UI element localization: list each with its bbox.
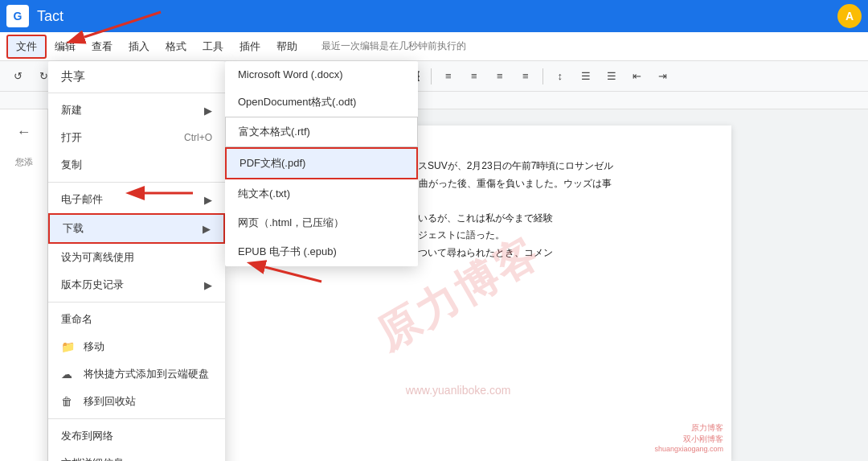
file-menu-publish-label: 发布到网络 bbox=[61, 429, 113, 443]
menu-item-file[interactable]: 文件 bbox=[6, 35, 47, 59]
file-menu-trash-label: 移到回收站 bbox=[84, 394, 136, 409]
file-menu-open-shortcut: Ctrl+O bbox=[184, 132, 212, 143]
file-menu-email[interactable]: 电子邮件 ▶ bbox=[48, 186, 225, 213]
file-menu-move-label: 移动 bbox=[84, 340, 104, 354]
file-menu-offline[interactable]: 设为可离线使用 bbox=[48, 244, 225, 271]
left-sidebar: ← 您添 bbox=[0, 109, 48, 461]
top-bar-right: A bbox=[837, 4, 862, 28]
file-menu-rename-label: 重命名 bbox=[61, 312, 92, 327]
autosave-text: 最近一次编辑是在几秒钟前执行的 bbox=[321, 39, 466, 53]
download-txt[interactable]: 纯文本(.txt) bbox=[225, 179, 418, 208]
list-bullet-button[interactable]: ☰ bbox=[575, 65, 597, 88]
file-menu-header: 共享 bbox=[48, 61, 225, 89]
line-spacing-button[interactable]: ↕ bbox=[549, 65, 571, 88]
align-left-button[interactable]: ≡ bbox=[437, 65, 460, 88]
file-menu-details[interactable]: 文档详细信息 bbox=[48, 450, 225, 461]
file-menu-download[interactable]: 下载 ▶ bbox=[48, 213, 225, 244]
file-menu-history-arrow: ▶ bbox=[204, 279, 212, 291]
menu-item-format[interactable]: 格式 bbox=[158, 36, 194, 57]
toolbar-sep-5 bbox=[431, 68, 432, 84]
file-menu-email-label: 电子邮件 bbox=[61, 192, 103, 207]
download-epub[interactable]: EPUB 电子书 (.epub) bbox=[225, 237, 418, 266]
file-menu-trash[interactable]: 🗑 移到回收站 bbox=[48, 388, 225, 415]
folder-icon: 📁 bbox=[61, 340, 77, 353]
file-menu-new-label: 新建 bbox=[61, 103, 82, 117]
file-menu-open[interactable]: 打开 Ctrl+O bbox=[48, 124, 225, 151]
file-menu-open-label: 打开 bbox=[61, 130, 82, 145]
watermark-bottom: www.yuanliboke.com bbox=[406, 384, 511, 397]
file-menu-email-arrow: ▶ bbox=[204, 194, 212, 206]
menu-item-plugins[interactable]: 插件 bbox=[231, 36, 268, 57]
cloud-icon: ☁ bbox=[61, 368, 77, 381]
file-menu-new-arrow: ▶ bbox=[204, 105, 212, 117]
menu-item-tools[interactable]: 工具 bbox=[194, 36, 231, 57]
blog-logo: 原力博客 双小刚博客 shuangxiaogang.com bbox=[654, 422, 723, 453]
top-bar: G Tact A bbox=[0, 0, 868, 32]
file-menu-divider-3 bbox=[48, 302, 225, 303]
file-menu-publish[interactable]: 发布到网络 bbox=[48, 422, 225, 450]
menu-item-view[interactable]: 查看 bbox=[84, 36, 121, 57]
download-rtf[interactable]: 富文本格式(.rtf) bbox=[225, 117, 418, 147]
sidebar-label: 您添 bbox=[12, 156, 36, 168]
file-menu-history[interactable]: 版本历史记录 ▶ bbox=[48, 271, 225, 298]
indent-decrease-button[interactable]: ⇤ bbox=[626, 65, 649, 88]
file-menu-divider-2 bbox=[48, 182, 225, 183]
trash-icon: 🗑 bbox=[61, 395, 77, 408]
file-menu-details-label: 文档详细信息 bbox=[61, 456, 124, 461]
file-menu-history-label: 版本历史记录 bbox=[61, 278, 124, 292]
undo-button[interactable]: ↺ bbox=[6, 65, 29, 88]
file-menu-download-label: 下载 bbox=[63, 221, 84, 236]
menu-item-insert[interactable]: 插入 bbox=[121, 36, 158, 57]
menu-item-edit[interactable]: 编辑 bbox=[47, 36, 84, 57]
file-menu-add-shortcut[interactable]: ☁ 将快捷方式添加到云端硬盘 bbox=[48, 360, 225, 388]
toolbar-sep-6 bbox=[542, 68, 543, 84]
file-menu-offline-label: 设为可离线使用 bbox=[61, 250, 134, 265]
download-docx[interactable]: Microsoft Word (.docx) bbox=[225, 61, 418, 88]
align-right-button[interactable]: ≡ bbox=[489, 65, 511, 88]
file-menu-download-arrow: ▶ bbox=[203, 223, 211, 235]
file-menu-copy-label: 复制 bbox=[61, 158, 82, 172]
file-menu-move[interactable]: 📁 移动 bbox=[48, 333, 225, 360]
download-odt[interactable]: OpenDocument格式(.odt) bbox=[225, 88, 418, 117]
download-html[interactable]: 网页（.html，已压缩） bbox=[225, 208, 418, 237]
align-center-button[interactable]: ≡ bbox=[463, 65, 485, 88]
menu-bar: 文件 编辑 查看 插入 格式 工具 插件 帮助 最近一次编辑是在几秒钟前执行的 bbox=[0, 32, 868, 61]
blog-url: shuangxiaogang.com bbox=[654, 445, 723, 453]
watermark-url: www.yuanliboke.com bbox=[406, 384, 511, 397]
blog-name-2: 双小刚博客 bbox=[654, 434, 723, 445]
download-submenu: Microsoft Word (.docx) OpenDocument格式(.o… bbox=[225, 61, 418, 266]
sidebar-back-icon[interactable]: ← bbox=[10, 117, 39, 146]
google-icon: G bbox=[6, 5, 29, 27]
file-menu-copy[interactable]: 复制 bbox=[48, 151, 225, 179]
menu-item-help[interactable]: 帮助 bbox=[268, 36, 305, 57]
file-menu: 共享 新建 ▶ 打开 Ctrl+O 复制 电子邮件 ▶ 下载 ▶ 设为可离线使用… bbox=[48, 61, 225, 461]
indent-increase-button[interactable]: ⇥ bbox=[652, 65, 674, 88]
list-number-button[interactable]: ☰ bbox=[600, 65, 623, 88]
file-menu-rename[interactable]: 重命名 bbox=[48, 306, 225, 333]
file-menu-divider-1 bbox=[48, 93, 225, 93]
file-menu-add-shortcut-label: 将快捷方式添加到云端硬盘 bbox=[84, 367, 209, 381]
justify-button[interactable]: ≡ bbox=[514, 65, 537, 88]
blog-name-1: 原力博客 bbox=[654, 422, 723, 434]
file-menu-new[interactable]: 新建 ▶ bbox=[48, 97, 225, 124]
app-title: Tact bbox=[37, 8, 834, 25]
avatar[interactable]: A bbox=[837, 4, 862, 28]
download-pdf[interactable]: PDF文档(.pdf) bbox=[225, 147, 418, 179]
file-menu-divider-4 bbox=[48, 418, 225, 419]
